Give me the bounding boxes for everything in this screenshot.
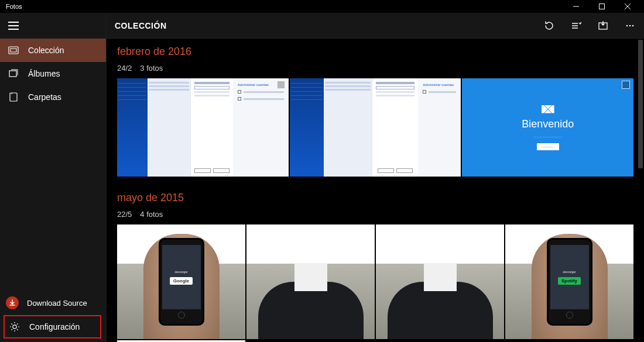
group-header[interactable]: mayo de 2015 bbox=[117, 192, 633, 204]
refresh-button[interactable] bbox=[543, 20, 555, 32]
window-controls bbox=[563, 0, 640, 13]
svg-rect-4 bbox=[10, 93, 17, 101]
close-button[interactable] bbox=[615, 0, 640, 13]
blurred-face bbox=[294, 263, 327, 291]
download-source-icon bbox=[6, 296, 19, 309]
group-header[interactable]: febrero de 2016 bbox=[117, 46, 633, 58]
envelope-icon bbox=[542, 105, 554, 113]
photo-thumbnail[interactable]: Administrar cuentas bbox=[117, 78, 289, 177]
app-title: Fotos bbox=[6, 3, 22, 10]
selection-checkbox[interactable] bbox=[622, 81, 630, 89]
import-button[interactable] bbox=[597, 20, 609, 32]
group-count: 3 fotos bbox=[140, 64, 163, 72]
photo-thumbnail[interactable]: descargarSpotify bbox=[505, 224, 633, 339]
svg-point-5 bbox=[13, 325, 16, 329]
more-button[interactable] bbox=[624, 20, 636, 32]
welcome-text: Bienvenido bbox=[522, 118, 574, 130]
hamburger-menu-button[interactable] bbox=[8, 22, 19, 30]
select-button[interactable] bbox=[570, 20, 582, 32]
selection-checkbox[interactable] bbox=[277, 81, 285, 89]
sidebar-item-label: Álbumes bbox=[28, 69, 60, 78]
photo-thumbnail[interactable] bbox=[246, 224, 375, 339]
gear-icon bbox=[9, 322, 20, 332]
svg-rect-0 bbox=[600, 4, 605, 9]
page-title: COLECCIÓN bbox=[115, 21, 167, 30]
svg-point-8 bbox=[629, 25, 631, 26]
minimize-button[interactable] bbox=[563, 0, 589, 13]
scrollbar[interactable] bbox=[638, 40, 643, 341]
download-source-label: Download Source bbox=[27, 299, 87, 308]
sidebar-item-label: Carpetas bbox=[28, 92, 61, 102]
photo-thumbnail[interactable]: descargarGoogle bbox=[117, 224, 245, 339]
photo-thumbnail[interactable] bbox=[376, 224, 504, 339]
settings-label: Configuración bbox=[29, 322, 80, 331]
maximize-button[interactable] bbox=[589, 0, 615, 13]
photo-scroll-area[interactable]: febrero de 2016 24/2 3 fotos bbox=[107, 39, 637, 342]
collection-icon bbox=[8, 45, 19, 56]
topbar: COLECCIÓN bbox=[107, 13, 644, 39]
svg-point-9 bbox=[632, 25, 634, 26]
albums-icon bbox=[8, 68, 19, 79]
sidebar-item-albumes[interactable]: Álbumes bbox=[0, 62, 106, 85]
sidebar-item-configuracion[interactable]: Configuración bbox=[4, 315, 101, 338]
svg-point-7 bbox=[626, 25, 628, 26]
group-count: 4 fotos bbox=[140, 210, 163, 219]
sidebar-item-label: Colección bbox=[28, 46, 64, 55]
scrollbar-thumb[interactable] bbox=[638, 40, 643, 168]
blurred-face bbox=[424, 263, 457, 291]
photo-thumbnail[interactable]: Administrar cuentas bbox=[290, 78, 461, 177]
sidebar-item-coleccion[interactable]: Colección bbox=[0, 39, 106, 62]
sidebar-item-download-source[interactable]: Download Source bbox=[0, 292, 106, 314]
group-date[interactable]: 22/5 bbox=[117, 210, 132, 219]
svg-rect-3 bbox=[9, 71, 16, 77]
svg-rect-1 bbox=[9, 47, 18, 54]
folders-icon bbox=[8, 92, 19, 102]
group-date[interactable]: 24/2 bbox=[117, 64, 132, 72]
svg-rect-2 bbox=[11, 49, 16, 52]
photo-thumbnail[interactable]: Bienvenido ·····························… bbox=[462, 78, 633, 177]
sidebar-item-carpetas[interactable]: Carpetas bbox=[0, 85, 106, 109]
window-titlebar: Fotos bbox=[0, 0, 644, 13]
sidebar: Colección Álbumes Carpetas bbox=[0, 13, 107, 342]
